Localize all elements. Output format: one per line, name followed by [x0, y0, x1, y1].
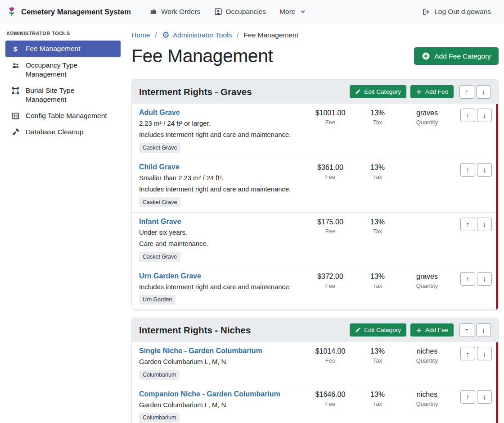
pencil-icon: [355, 89, 361, 95]
fee-quantity-label: Quantity: [400, 282, 454, 289]
fee-description: Care and maintenance.: [139, 239, 303, 249]
arrow-down-icon: ↓: [482, 88, 486, 96]
fee-quantity-unit: niches: [400, 347, 454, 355]
move-fee-down-button[interactable]: ↓: [477, 347, 492, 360]
add-fee-button[interactable]: Add Fee: [410, 85, 454, 98]
move-fee-down-button[interactable]: ↓: [477, 272, 492, 286]
move-fee-down-button[interactable]: ↓: [477, 163, 492, 177]
table-icon: [11, 112, 20, 120]
add-fee-category-button[interactable]: Add Fee Category: [414, 47, 499, 65]
fee-badge: Columbarium: [139, 370, 180, 380]
fee-quantity-label: Quantity: [400, 357, 454, 364]
move-category-down-button[interactable]: ↓: [476, 323, 491, 337]
arrow-up-icon: ↑: [465, 88, 469, 96]
fee-amount-label: Fee: [306, 357, 355, 364]
category-title: Interment Rights - Niches: [139, 325, 251, 336]
fee-description: 2.23 m² / 24 ft² or larger.: [139, 119, 303, 128]
fee-category-card-niches: Interment Rights - Niches Edit Category: [131, 318, 499, 423]
sidebar-item-burial-site-type-management[interactable]: Burial Site Type Management: [5, 82, 121, 108]
fee-description: Garden Columbarium L, M, N.: [139, 357, 303, 367]
fee-tax: 13%: [355, 391, 400, 399]
card-scrollbar[interactable]: [496, 104, 498, 310]
move-fee-up-button[interactable]: ↑: [460, 390, 475, 404]
fee-tax: 13%: [355, 164, 400, 172]
sidebar-item-config-table-management[interactable]: Config Table Management: [5, 108, 121, 124]
fee-row-adult-grave: Adult Grave 2.23 m² / 24 ft² or larger. …: [132, 104, 498, 158]
add-fee-button[interactable]: Add Fee: [410, 323, 454, 337]
logout-link[interactable]: Log Out d.gowans: [415, 5, 498, 19]
sidebar-item-label: Database Cleanup: [26, 127, 83, 136]
fee-name-link[interactable]: Child Grave: [139, 163, 180, 171]
fee-description: Smaller than 2.23 m² / 24 ft².: [139, 173, 303, 183]
category-title: Interment Rights - Graves: [139, 86, 252, 97]
fee-amount: $1646.00: [306, 391, 355, 399]
arrow-down-icon: ↓: [483, 275, 486, 282]
fee-name-link[interactable]: Infant Grave: [139, 218, 181, 226]
chevron-down-icon: [300, 9, 306, 15]
broom-icon: [11, 128, 20, 136]
plus-icon: [416, 327, 422, 333]
sidebar: Administrator Tools $ Fee Management Occ…: [0, 23, 126, 423]
sidebar-item-fee-management[interactable]: $ Fee Management: [5, 41, 121, 57]
card-scrollbar[interactable]: [496, 342, 498, 423]
move-fee-up-button[interactable]: ↑: [460, 347, 475, 360]
move-fee-down-button[interactable]: ↓: [477, 218, 492, 231]
button-label: Add Fee: [425, 327, 448, 333]
sidebar-item-label: Config Table Management: [26, 111, 107, 120]
fee-quantity-empty: [400, 163, 454, 164]
nav-work-orders[interactable]: Work Orders: [143, 5, 207, 18]
hard-hat-icon: [149, 8, 158, 16]
fee-amount-label: Fee: [306, 228, 355, 235]
arrow-up-icon: ↑: [466, 220, 470, 228]
fee-name-link[interactable]: Single Niche - Garden Columbarium: [139, 347, 262, 355]
move-fee-down-button[interactable]: ↓: [477, 109, 492, 122]
plus-icon: [416, 89, 422, 95]
arrow-up-icon: ↑: [466, 166, 470, 173]
sidebar-item-database-cleanup[interactable]: Database Cleanup: [5, 124, 121, 140]
breadcrumb-separator: /: [155, 31, 157, 39]
move-fee-up-button[interactable]: ↑: [460, 272, 475, 286]
fee-name-link[interactable]: Urn Garden Grave: [139, 272, 201, 280]
move-category-up-button[interactable]: ↑: [459, 85, 474, 99]
nav-more[interactable]: More: [273, 5, 313, 18]
breadcrumb-admin-tools-link[interactable]: ⚙ Administrator Tools: [162, 31, 232, 39]
button-label: Add Fee: [425, 88, 448, 95]
arrow-down-icon: ↓: [483, 112, 486, 119]
button-label: Edit Category: [364, 327, 401, 333]
fee-description: Under six years.: [139, 228, 303, 237]
fee-row-companion-niche: Companion Niche - Garden Columbarium Gar…: [132, 385, 498, 423]
fee-badge: Columbarium: [139, 413, 180, 423]
fee-badge: Urn Garden: [139, 295, 176, 305]
fee-tax: 13%: [355, 347, 400, 355]
fee-amount: $175.00: [306, 218, 355, 226]
move-fee-down-button[interactable]: ↓: [477, 390, 492, 404]
move-fee-up-button[interactable]: ↑: [460, 109, 475, 122]
sidebar-item-label: Burial Site Type Management: [26, 86, 116, 104]
category-header: Interment Rights - Niches Edit Category: [132, 318, 498, 342]
nav-occupancies[interactable]: Occupancies: [207, 5, 273, 18]
move-category-down-button[interactable]: ↓: [476, 85, 491, 99]
move-fee-up-button[interactable]: ↑: [460, 163, 475, 177]
edit-category-button[interactable]: Edit Category: [350, 85, 406, 98]
edit-category-button[interactable]: Edit Category: [350, 323, 406, 337]
fee-quantity-unit: niches: [400, 391, 454, 399]
category-header: Interment Rights - Graves Edit Category: [132, 80, 498, 104]
move-category-up-button[interactable]: ↑: [459, 323, 474, 337]
nav-label: More: [279, 8, 295, 16]
fee-tax-label: Tax: [355, 228, 400, 235]
fee-badge: Casket Grave: [139, 197, 180, 207]
breadcrumb-home-link[interactable]: Home: [131, 31, 150, 39]
fee-quantity-label: Quantity: [400, 119, 454, 126]
fee-name-link[interactable]: Companion Niche - Garden Columbarium: [139, 390, 280, 398]
fee-amount: $372.00: [306, 273, 355, 281]
fee-tax-label: Tax: [355, 282, 400, 289]
fee-name-link[interactable]: Adult Grave: [139, 109, 180, 117]
breadcrumb-current: Fee Management: [244, 31, 299, 39]
app-title: Cemetery Management System: [21, 8, 131, 16]
app-brand[interactable]: Cemetery Management System: [6, 6, 131, 17]
move-fee-up-button[interactable]: ↑: [460, 218, 475, 231]
fee-description: Includes interment right and care and ma…: [139, 282, 303, 292]
sidebar-item-occupancy-type-management[interactable]: Occupancy Type Management: [5, 57, 121, 82]
fee-quantity-unit: graves: [400, 109, 454, 117]
fee-tax-label: Tax: [355, 119, 400, 126]
